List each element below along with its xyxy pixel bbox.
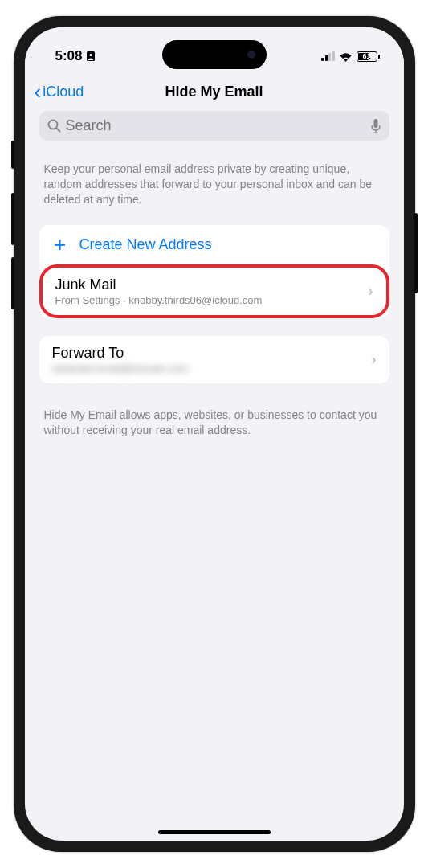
- back-label: iCloud: [43, 84, 84, 100]
- home-indicator[interactable]: [158, 830, 271, 834]
- chevron-right-icon: ›: [369, 283, 373, 300]
- status-time: 5:08: [55, 48, 95, 64]
- create-label: Create New Address: [79, 236, 212, 253]
- silence-switch: [11, 141, 14, 169]
- dynamic-island: [162, 40, 267, 69]
- battery-indicator: 61: [357, 51, 380, 62]
- volume-up-button: [11, 193, 14, 245]
- cellular-signal-icon: [321, 51, 335, 61]
- status-indicators: 61: [321, 51, 380, 62]
- volume-down-button: [11, 257, 14, 309]
- address-item-junk-mail[interactable]: Junk Mail From Settings · knobby.thirds0…: [39, 264, 389, 318]
- phone-device-frame: 5:08 61: [14, 16, 415, 852]
- navigation-bar: ‹ iCloud Hide My Email: [25, 71, 404, 109]
- forward-list-group: Forward To redacted-email@domain.com ›: [39, 336, 389, 383]
- address-title: Junk Mail: [55, 276, 116, 293]
- back-button[interactable]: ‹ iCloud: [35, 81, 84, 102]
- chevron-right-icon: ›: [372, 351, 377, 368]
- content-area: Keep your personal email address private…: [25, 109, 404, 437]
- address-list-group: + Create New Address Junk Mail From Sett…: [39, 225, 389, 318]
- footer-description: Hide My Email allows apps, websites, or …: [39, 401, 389, 438]
- chevron-left-icon: ‹: [35, 81, 42, 102]
- wifi-icon: [339, 51, 353, 62]
- mic-icon[interactable]: [370, 119, 381, 133]
- svg-line-3: [56, 128, 60, 132]
- power-button: [414, 213, 418, 293]
- svg-rect-4: [373, 119, 377, 128]
- intro-description: Keep your personal email address private…: [39, 162, 389, 207]
- page-title: Hide My Email: [165, 84, 263, 100]
- screen: 5:08 61: [25, 27, 404, 841]
- search-field[interactable]: [39, 111, 389, 141]
- search-input[interactable]: [66, 117, 365, 134]
- forward-email-redacted: redacted-email@domain.com: [52, 362, 189, 375]
- search-icon: [47, 119, 61, 133]
- battery-percentage: 61: [362, 52, 370, 60]
- id-card-icon: [87, 51, 95, 61]
- create-new-address-button[interactable]: + Create New Address: [39, 225, 389, 264]
- address-subtitle: From Settings · knobby.thirds06@icloud.c…: [55, 294, 263, 306]
- forward-title: Forward To: [52, 345, 124, 362]
- svg-point-1: [89, 54, 92, 56]
- plus-icon: +: [52, 236, 68, 252]
- forward-to-item[interactable]: Forward To redacted-email@domain.com ›: [39, 336, 389, 383]
- time-text: 5:08: [55, 48, 83, 64]
